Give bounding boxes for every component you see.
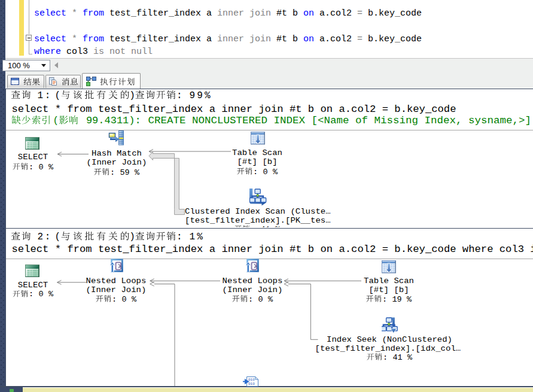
svg-text:(: ( [53,116,59,126]
svg-text:=: = [357,34,363,44]
svg-text:from: from [83,34,104,44]
svg-text::: : [176,90,182,101]
svg-text:(: ( [55,232,61,242]
svg-text:#t b: #t b [271,34,303,44]
svg-text:: 41 %: : 41 % [383,353,413,362]
svg-text:*: * [72,34,77,44]
svg-text:*: * [72,8,77,19]
svg-text:Nested Loops: Nested Loops [86,276,147,285]
svg-text:: 0 %: : 0 % [112,295,137,304]
svg-text:inner join: inner join [217,8,271,19]
svg-text:SELECT: SELECT [18,153,48,162]
svg-text:select * from test_filter_inde: select * from test_filter_index a inner … [12,244,533,255]
svg-text:a.col2: a.col2 [314,8,357,19]
svg-text:where: where [34,47,61,57]
svg-text:is not null: is not null [93,47,153,57]
svg-text:(: ( [55,90,61,101]
svg-text:[#t] [b]: [#t] [b] [237,157,277,166]
svg-text:Table Scan: Table Scan [364,276,414,285]
svg-text:test_filter_index a: test_filter_index a [104,34,217,44]
svg-text:: 41 %: : 41 % [251,225,281,234]
svg-text:inner join: inner join [217,34,271,44]
svg-text:on: on [303,34,314,44]
svg-text:1%: 1% [190,232,203,242]
svg-text:b.key_code: b.key_code [363,8,422,19]
svg-text:Index Seek (NonClustered): Index Seek (NonClustered) [327,335,452,344]
svg-text:select: select [34,34,66,44]
svg-text:): ) [129,90,135,101]
svg-text:SELECT: SELECT [18,281,48,290]
svg-text:test_filter_index a: test_filter_index a [104,8,217,19]
svg-text:col3: col3 [61,47,93,57]
svg-text:CREATE NONCLUSTERED INDEX [<Na: CREATE NONCLUSTERED INDEX [<Name of Miss… [148,116,532,126]
svg-text:: 0 %: : 0 % [253,168,278,177]
svg-text:=: = [357,8,363,19]
svg-text:: 59 %: : 59 % [110,168,140,177]
svg-text:Table Scan: Table Scan [232,148,282,157]
svg-text:(Inner Join): (Inner Join) [87,158,147,167]
svg-text:99.4311):: 99.4311): [86,116,141,126]
svg-text:select: select [34,8,66,19]
svg-text:on: on [303,8,314,19]
svg-text:a.col2: a.col2 [314,34,357,44]
svg-text::: : [176,232,182,242]
svg-text:Nested Loops: Nested Loops [223,276,283,285]
svg-text:Hash Match: Hash Match [92,149,142,158]
svg-text:b.key_code: b.key_code [363,34,422,44]
svg-text:2:: 2: [38,232,51,242]
svg-text:#t b: #t b [271,8,303,19]
svg-text:: 0 %: : 0 % [29,163,54,172]
svg-text:: 0 %: : 0 % [29,290,54,299]
svg-text:(Inner Join): (Inner Join) [223,285,283,294]
svg-text:99%: 99% [190,90,211,101]
svg-text:: 19 %: : 19 % [382,295,412,304]
svg-text:Clustered Index Scan (Cluste…: Clustered Index Scan (Cluste… [185,207,331,216]
svg-text:[#t] [b]: [#t] [b] [368,285,409,294]
svg-text:): ) [129,232,135,242]
svg-text:[test_filter_index].[idx_col…: [test_filter_index].[idx_col… [315,344,461,353]
svg-text:1:: 1: [38,90,51,101]
svg-text:(Inner Join): (Inner Join) [86,285,147,294]
svg-text:select * from test_filter_inde: select * from test_filter_index a inner … [12,104,456,115]
svg-text:[test_filter_index].[PK__tes…: [test_filter_index].[PK__tes… [185,216,331,225]
svg-text:from: from [83,8,104,19]
svg-text:: 0 %: : 0 % [248,295,273,304]
